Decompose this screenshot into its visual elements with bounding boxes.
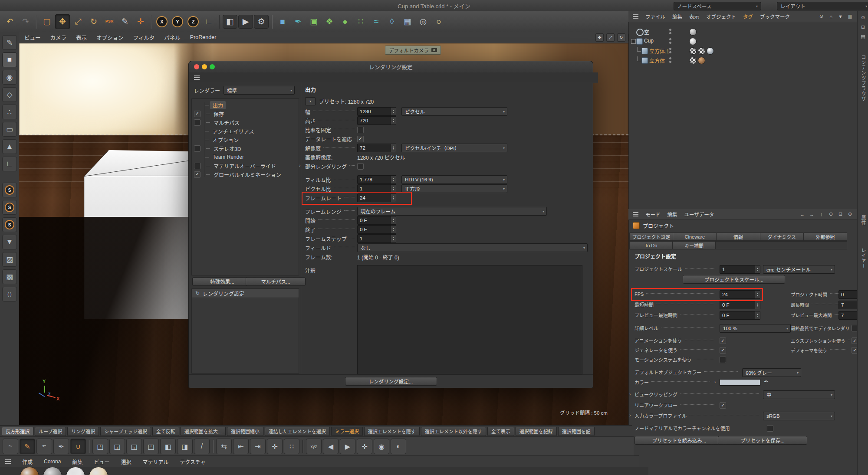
render-visibility-dot[interactable] [669,42,671,44]
row-checkbox[interactable]: ✓ [720,337,726,344]
value-stepper[interactable]: 1▴▾ [720,265,760,274]
nav-checkbox[interactable] [194,119,201,126]
object-menu-2[interactable]: 表示 [689,13,699,20]
layout-dropdown[interactable]: レイアウト ▾ [777,2,868,10]
render-settings-nav-item-0[interactable]: 出力 [192,101,299,109]
render-visibility-dot[interactable] [669,61,671,63]
annotation-textarea[interactable] [357,265,582,374]
menu-icon[interactable] [633,14,638,15]
polygons-mode-icon[interactable]: ▲ [2,139,17,154]
selection-button-13[interactable]: 選択範囲を記 [558,427,595,436]
add-keyframe-icon[interactable]: ✛ [133,14,148,29]
checker-material-tag-icon[interactable] [689,57,697,64]
add-spline-icon[interactable]: ✒ [291,14,306,29]
selection-button-11[interactable]: 全て表示 [487,427,514,436]
pane-layout-icon[interactable]: ⊞ [628,33,628,42]
add-keyframe-icon[interactable]: ✛ [357,439,372,454]
value-stepper[interactable]: 1.778▴▾ [357,175,396,184]
special-effects-button[interactable]: 特殊効果... [192,277,252,286]
stepper-down-icon[interactable]: ▾ [757,315,758,318]
paint-setup-icon[interactable]: ▼ [2,235,17,249]
value-stepper[interactable]: 0 F▴▾ [357,216,396,225]
history-forward-icon[interactable]: → [808,210,815,218]
stepper-down-icon[interactable]: ▾ [393,239,394,241]
psr-keyframe-icon[interactable]: PSR [102,14,117,29]
multipass-button[interactable]: マルチパス... [246,277,306,286]
render-settings-nav-item-3[interactable]: アンチエイリアス [192,127,299,135]
row-checkbox[interactable] [720,357,726,363]
stepper-down-icon[interactable]: ▾ [393,121,394,123]
stepper-arrows[interactable]: ▴▾ [391,144,396,152]
bridge-tool-icon[interactable]: ◲ [126,439,142,454]
stepper-down-icon[interactable]: ▾ [393,180,394,182]
render-settings-nav-item-4[interactable]: オプション [192,135,299,144]
simulate-icon[interactable]: ≈ [369,14,384,29]
subdivide-tool-icon[interactable]: ∷ [284,439,299,454]
selection-button-12[interactable]: 選択範囲を記録 [516,427,557,436]
render-settings-button[interactable]: レンダリング設定... [345,377,437,386]
preset-dropdown-button[interactable]: ▾ [305,97,316,105]
render-settings-nav-item-7[interactable]: マテリアルオーバーライド [192,161,299,170]
weld-tool-icon[interactable]: ◧ [160,439,176,454]
right-value-stepper[interactable]: 7▴▾ [838,301,857,309]
selection-button-0[interactable]: 長方形選択 [2,427,33,436]
value-stepper[interactable]: 24▴▾ [357,193,396,202]
grab-view-icon[interactable]: ◐ [391,439,406,454]
pane-expand-icon[interactable]: ⤢ [606,33,615,42]
stepper-down-icon[interactable]: ▾ [393,111,394,114]
edges-mode-icon[interactable]: ▭ [2,122,17,137]
environment-icon[interactable]: ▦ [400,14,415,29]
tab-secondary-0[interactable]: To Do [629,241,673,249]
value-stepper[interactable]: 0 F▴▾ [720,311,760,320]
value-stepper[interactable]: 720▴▾ [357,116,396,125]
stepper-arrows[interactable]: ▴▾ [391,108,396,115]
free-select-tool-icon[interactable]: ~ [3,439,18,454]
save-preset-button[interactable]: プリセットを保存... [718,436,807,445]
lock-z-axis-icon[interactable]: Z [186,14,201,29]
bottom-menu-1[interactable]: Corona [44,459,61,465]
value-dropdown[interactable]: 中▾ [763,390,835,399]
live-selection-icon[interactable]: ▢ [39,14,54,29]
record-icon[interactable]: ◉ [374,439,389,454]
shiny-material-tag-icon[interactable] [707,47,714,55]
visibility-dots[interactable] [669,57,671,63]
expander-icon[interactable]: − [631,39,636,44]
stepper-arrows[interactable]: ▴▾ [391,235,396,242]
render-settings-nav-item-2[interactable]: マルチパス [192,118,299,127]
render-settings-nav-item-5[interactable]: ステレオ3D [192,144,299,153]
undo-icon[interactable]: ↶ [3,14,17,29]
row-checkbox[interactable] [767,425,773,432]
stepper-down-icon[interactable]: ▾ [757,295,758,297]
cup-material-thumbnail[interactable] [89,467,108,475]
points-mode-icon[interactable]: ∴ [2,105,17,119]
selection-button-9[interactable]: 選択エレメントを隠す [364,427,420,436]
stepper-down-icon[interactable]: ▾ [393,189,394,191]
add-icon[interactable]: ⊕ [846,210,854,218]
value-dropdown[interactable]: 100 %▾ [720,324,791,333]
object-menu-1[interactable]: 編集 [672,13,682,20]
viewport-menu-4[interactable]: フィルタ [133,33,155,42]
iron-tool-icon[interactable]: ✛ [267,439,283,454]
editor-visibility-dot[interactable] [669,48,671,50]
camera-label-chip[interactable]: デフォルトカメラ [385,46,441,55]
row-checkbox[interactable]: ✓ [720,402,726,409]
wood-material-thumbnail[interactable] [20,467,39,475]
menu-icon[interactable] [5,459,11,460]
uv-mode-icon[interactable]: ◇ [2,87,17,102]
search-icon[interactable]: ⊙ [818,13,825,20]
mograph-icon[interactable]: ∷ [353,14,368,29]
color-swatch[interactable] [720,379,760,386]
tab-3[interactable]: ダイナミクス [760,233,804,241]
expander-icon[interactable]: › [629,392,631,396]
eyedropper-icon[interactable]: ✒ [764,378,769,385]
workplane-icon[interactable]: ∟ [201,14,216,29]
home-icon[interactable]: ⌂ [827,13,835,20]
volume-icon[interactable]: ● [338,14,352,29]
load-preset-button[interactable]: プリセットを読み込み... [635,436,724,445]
stepper-arrows[interactable]: ▴▾ [391,216,396,224]
brown-material-tag-icon[interactable] [698,57,705,64]
lock-y-axis-icon[interactable]: Y [170,14,185,29]
right-row-checkbox[interactable]: ✓ [852,337,857,344]
unit-dropdown[interactable]: ピクセル/インチ（DPI）▾ [401,144,507,152]
convert-selection-icon[interactable]: ✎ [2,35,17,50]
